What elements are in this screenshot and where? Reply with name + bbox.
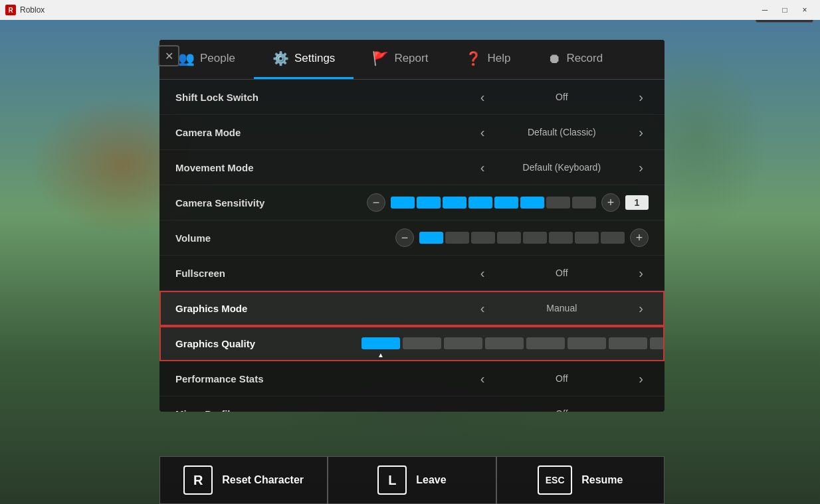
volume-track — [419, 232, 625, 244]
camera-mode-label: Camera Mode — [175, 127, 361, 138]
seg-2 — [417, 197, 441, 209]
tab-report[interactable]: 🚩 Report — [354, 40, 447, 79]
micro-profiler-right[interactable]: › — [633, 404, 649, 412]
gfx-seg-8 — [650, 337, 665, 349]
volume-plus[interactable]: + — [630, 228, 649, 247]
performance-stats-right[interactable]: › — [633, 369, 649, 388]
graphics-mode-label: Graphics Mode — [175, 303, 361, 314]
leave-button[interactable]: L Leave — [328, 456, 496, 504]
shift-lock-right[interactable]: › — [633, 88, 649, 106]
close-button[interactable]: × — [795, 3, 815, 17]
help-icon: ❓ — [465, 52, 482, 65]
shift-lock-left[interactable]: ‹ — [475, 88, 490, 106]
leave-key-badge: L — [377, 465, 407, 495]
gfx-seg-6 — [567, 337, 606, 349]
vol-seg-3 — [471, 232, 495, 244]
resume-button[interactable]: ESC Resume — [496, 456, 665, 504]
camera-mode-left[interactable]: ‹ — [475, 123, 490, 141]
micro-profiler-label: Micro Profiler — [175, 408, 361, 412]
reset-character-label: Reset Character — [222, 474, 304, 486]
tab-help[interactable]: ❓ Help — [447, 40, 529, 79]
setting-camera-mode: Camera Mode ‹ Default (Classic) › — [159, 115, 665, 150]
setting-graphics-mode: Graphics Mode ‹ Manual › — [159, 291, 665, 326]
gfx-seg-5 — [526, 337, 565, 349]
tab-record-label: Record — [566, 52, 603, 65]
gfx-seg-3 — [444, 337, 482, 349]
setting-shift-lock: Shift Lock Switch ‹ Off › — [159, 80, 665, 115]
performance-stats-label: Performance Stats — [175, 373, 361, 384]
vol-seg-7 — [575, 232, 599, 244]
vol-seg-8 — [601, 232, 625, 244]
fullscreen-left[interactable]: ‹ — [475, 264, 490, 282]
camera-sensitivity-track — [391, 197, 596, 209]
vol-seg-2 — [445, 232, 469, 244]
vol-seg-6 — [549, 232, 573, 244]
graphics-mode-left[interactable]: ‹ — [475, 299, 490, 317]
movement-mode-right[interactable]: › — [633, 158, 649, 177]
reset-key-badge: R — [183, 465, 213, 495]
volume-minus[interactable]: − — [395, 228, 414, 247]
settings-content: Shift Lock Switch ‹ Off › Camera Mode ‹ … — [159, 80, 665, 412]
seg-1 — [391, 197, 415, 209]
setting-camera-sensitivity: Camera Sensitivity − + 1 — [159, 185, 665, 220]
graphics-mode-control: ‹ Manual › — [361, 299, 649, 317]
graphics-quality-label: Graphics Quality — [175, 338, 361, 349]
reset-character-button[interactable]: R Reset Character — [159, 456, 328, 504]
resume-label: Resume — [581, 474, 623, 486]
volume-label: Volume — [175, 232, 361, 244]
fullscreen-value: Off — [495, 268, 628, 278]
minimize-button[interactable]: ─ — [755, 3, 775, 17]
report-icon: 🚩 — [372, 52, 389, 65]
micro-profiler-left[interactable]: ‹ — [475, 404, 490, 412]
seg-8 — [572, 197, 596, 209]
gfx-seg-1: ▲ — [361, 337, 400, 349]
resume-key-badge: ESC — [538, 465, 572, 495]
camera-mode-value: Default (Classic) — [495, 127, 628, 137]
fullscreen-label: Fullscreen — [175, 268, 361, 279]
performance-stats-left[interactable]: ‹ — [475, 369, 490, 388]
setting-micro-profiler: Micro Profiler ‹ Off › — [159, 396, 665, 412]
seg-4 — [468, 197, 492, 209]
tab-record[interactable]: ⏺ Record — [529, 40, 621, 79]
movement-mode-label: Movement Mode — [175, 162, 361, 173]
graphics-mode-value: Manual — [495, 303, 628, 313]
movement-mode-left[interactable]: ‹ — [475, 158, 490, 177]
camera-mode-right[interactable]: › — [633, 123, 649, 141]
movement-mode-control: ‹ Default (Keyboard) › — [361, 158, 649, 177]
window-controls: ─ □ × — [755, 3, 815, 17]
camera-mode-control: ‹ Default (Classic) › — [361, 123, 649, 141]
title-bar-left: R Roblox — [5, 5, 45, 15]
seg-3 — [443, 197, 466, 209]
gfx-track: ▲ — [361, 337, 665, 349]
movement-mode-value: Default (Keyboard) — [495, 162, 628, 173]
gfx-seg-4 — [485, 337, 524, 349]
setting-fullscreen: Fullscreen ‹ Off › — [159, 256, 665, 291]
vol-seg-1 — [419, 232, 443, 244]
performance-stats-value: Off — [495, 373, 628, 384]
overlay-close-button[interactable]: ✕ — [158, 45, 179, 66]
camera-sensitivity-minus[interactable]: − — [367, 193, 385, 212]
graphics-mode-right[interactable]: › — [633, 299, 649, 317]
micro-profiler-value: Off — [495, 408, 628, 412]
camera-sensitivity-value: 1 — [625, 195, 649, 210]
title-bar: R Roblox ─ □ × — [0, 0, 820, 20]
maximize-button[interactable]: □ — [775, 3, 795, 17]
volume-control: − + — [361, 228, 649, 247]
setting-volume: Volume − + — [159, 220, 665, 256]
fullscreen-right[interactable]: › — [633, 264, 649, 282]
graphics-quality-control: ▲ + — [361, 334, 665, 353]
vol-seg-5 — [523, 232, 547, 244]
tab-bar: 👥 People ⚙️ Settings 🚩 Report ❓ Help ⏺ R… — [159, 40, 665, 80]
people-icon: 👥 — [178, 52, 195, 65]
gfx-seg-2 — [403, 337, 441, 349]
setting-graphics-quality: Graphics Quality ▲ + — [159, 326, 665, 361]
seg-7 — [546, 197, 570, 209]
tab-settings[interactable]: ⚙️ Settings — [254, 40, 354, 79]
gfx-seg-7 — [609, 337, 647, 349]
performance-stats-control: ‹ Off › — [361, 369, 649, 388]
camera-sensitivity-label: Camera Sensitivity — [175, 197, 361, 209]
app-title: Roblox — [20, 5, 45, 15]
settings-icon: ⚙️ — [272, 52, 289, 65]
record-icon: ⏺ — [548, 52, 561, 65]
camera-sensitivity-plus[interactable]: + — [601, 193, 620, 212]
